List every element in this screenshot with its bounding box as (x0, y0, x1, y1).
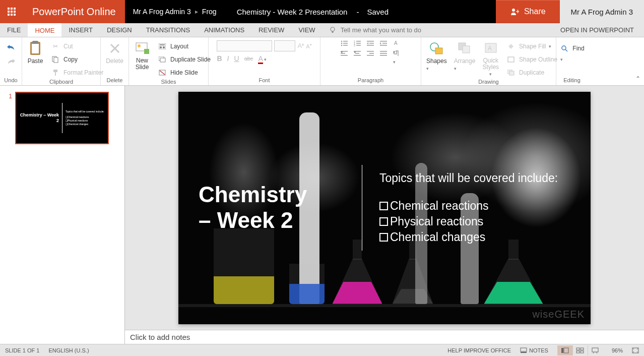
tab-transitions[interactable]: TRANSITIONS (139, 23, 197, 37)
tab-home[interactable]: HOME (28, 23, 61, 37)
font-family-select[interactable] (217, 40, 272, 51)
share-icon: + (510, 7, 519, 16)
underline-button[interactable]: U (234, 54, 239, 63)
bold-button[interactable]: B (217, 54, 222, 63)
share-button[interactable]: + Share (496, 0, 560, 23)
slide-title[interactable]: Chemistry – Week 2 (199, 182, 345, 233)
normal-view-button[interactable] (557, 345, 572, 355)
tab-review[interactable]: REVIEW (251, 23, 291, 37)
group-label-paragraph: Paragraph (324, 77, 418, 84)
zoom-level[interactable]: 96% (612, 347, 623, 353)
copy-button[interactable]: Copy (48, 53, 105, 66)
thumbnail-row-1[interactable]: 1 Chemistry – Week 2 Topics that will be… (6, 92, 118, 144)
notes-toggle-button[interactable]: NOTES (520, 347, 548, 353)
decrease-indent-button[interactable] (367, 40, 375, 47)
open-in-powerpoint-button[interactable]: OPEN IN POWERPOINT (550, 23, 644, 37)
chevron-up-icon: ⌃ (635, 75, 640, 82)
svg-text:A: A (394, 40, 398, 46)
layout-label: Layout (170, 43, 188, 50)
thumb-topics: Topics that will be covered include: ❑Ch… (62, 110, 104, 126)
slide-content[interactable]: Chemistry – Week 2 Topics that will be c… (178, 92, 591, 324)
tab-design[interactable]: DESIGN (100, 23, 139, 37)
duplicate-icon (506, 68, 516, 78)
sorter-view-button[interactable] (572, 345, 588, 355)
svg-rect-9 (53, 70, 57, 72)
svg-rect-60 (509, 71, 514, 75)
tab-insert[interactable]: INSERT (61, 23, 99, 37)
hide-slide-button[interactable]: Hide Slide (155, 67, 213, 79)
slideshow-view-button[interactable] (588, 345, 603, 355)
duplicate-shape-button[interactable]: Duplicate (504, 67, 565, 79)
tab-view[interactable]: VIEW (291, 23, 322, 37)
strikethrough-button[interactable]: abc (244, 55, 253, 62)
align-right-button[interactable] (367, 50, 375, 57)
breadcrumb-part-1[interactable]: Mr A Frog Admin 3 (133, 8, 191, 16)
font-color-button[interactable]: A (258, 54, 267, 63)
copy-label: Copy (63, 56, 78, 63)
search-icon (559, 43, 569, 53)
shrink-font-button[interactable]: A▾ (306, 43, 311, 49)
text-direction-rtl-button[interactable] (393, 50, 401, 57)
redo-button[interactable] (6, 56, 16, 67)
delete-button[interactable]: Delete (104, 39, 125, 66)
svg-point-61 (562, 46, 566, 50)
shape-outline-button[interactable]: Shape Outline (504, 53, 565, 66)
main-area: 1 Chemistry – Week 2 Topics that will be… (0, 86, 644, 344)
duplicate-slide-button[interactable]: Duplicate Slide (155, 53, 213, 66)
svg-rect-30 (356, 43, 361, 44)
user-menu[interactable]: Mr A Frog Admin 3 (560, 0, 644, 23)
svg-rect-24 (343, 43, 348, 44)
increase-indent-button[interactable] (380, 40, 388, 47)
cut-button[interactable]: ✂Cut (48, 40, 105, 52)
find-button[interactable]: Find (557, 42, 586, 54)
tell-me-search[interactable]: Tell me what you want to do (323, 23, 427, 37)
canvas-scroll[interactable]: wiseGEEK Chemistry – Week 2 Topics that … (125, 86, 644, 330)
delete-label: Delete (106, 57, 123, 65)
slide-thumbnail-1[interactable]: Chemistry – Week 2 Topics that will be c… (15, 92, 109, 144)
new-slide-button[interactable]: New Slide (132, 39, 152, 72)
italic-button[interactable]: I (227, 54, 229, 63)
thumbnail-number: 1 (6, 92, 12, 144)
slide-1[interactable]: wiseGEEK Chemistry – Week 2 Topics that … (178, 92, 591, 324)
bullets-button[interactable] (341, 40, 349, 47)
numbering-button[interactable]: 123 (354, 40, 362, 47)
breadcrumb-part-2[interactable]: Frog (202, 8, 217, 16)
breadcrumb[interactable]: Mr A Frog Admin 3 ▸ Frog (125, 8, 217, 16)
language-button[interactable]: ENGLISH (U.S.) (48, 347, 89, 353)
bucket-icon (506, 41, 516, 51)
svg-rect-5 (32, 41, 38, 44)
arrange-button[interactable]: Arrange (452, 39, 478, 73)
shapes-label: Shapes (426, 57, 447, 72)
tab-animations[interactable]: ANIMATIONS (197, 23, 251, 37)
shapes-button[interactable]: Shapes (424, 39, 449, 73)
svg-rect-63 (521, 352, 527, 353)
svg-point-25 (341, 45, 342, 46)
help-improve-button[interactable]: HELP IMPROVE OFFICE (447, 347, 511, 353)
app-name: PowerPoint Online (23, 0, 125, 23)
format-painter-button[interactable]: Format Painter (48, 67, 105, 79)
layout-button[interactable]: Layout (155, 40, 213, 52)
svg-rect-70 (592, 348, 598, 352)
text-direction-button[interactable]: A (393, 40, 401, 47)
shape-fill-button[interactable]: Shape Fill (504, 40, 565, 52)
notes-input[interactable]: Click to add notes (125, 330, 644, 344)
justify-button[interactable] (380, 50, 388, 57)
paste-button[interactable]: Paste (25, 39, 45, 66)
app-launcher-button[interactable] (0, 0, 23, 23)
grow-font-button[interactable]: A▴ (297, 42, 304, 49)
align-left-button[interactable] (341, 50, 349, 57)
tab-file[interactable]: FILE (0, 23, 28, 37)
align-center-button[interactable] (354, 50, 362, 57)
document-title[interactable]: Chemistry - Week 2 Presentation (237, 8, 348, 16)
slide-counter[interactable]: SLIDE 1 OF 1 (5, 347, 39, 353)
slide-thumbnail-panel[interactable]: 1 Chemistry – Week 2 Topics that will be… (0, 86, 125, 344)
collapse-ribbon-button[interactable]: ⌃ (632, 37, 644, 85)
undo-button[interactable] (6, 42, 16, 52)
fit-to-window-button[interactable] (632, 347, 639, 353)
svg-rect-44 (355, 53, 359, 54)
saved-dash: - (356, 8, 359, 16)
quick-styles-button[interactable]: A Quick Styles (480, 39, 501, 79)
slide-body[interactable]: Topics that will be covered include: Che… (379, 170, 558, 245)
notes-icon (520, 347, 527, 353)
font-size-select[interactable] (274, 40, 295, 51)
